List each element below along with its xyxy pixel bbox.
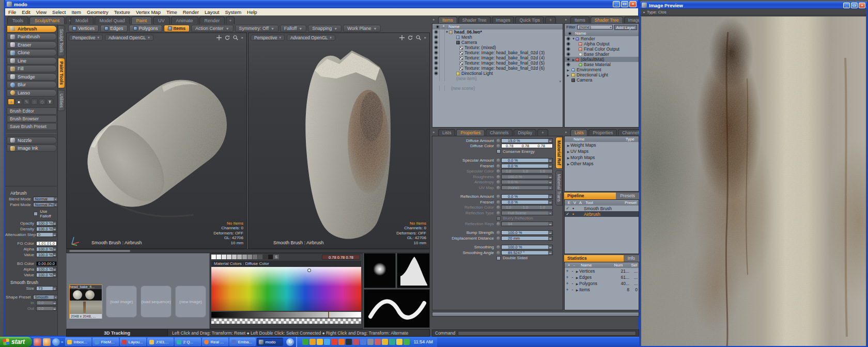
visibility-eye-icon[interactable] bbox=[434, 71, 438, 75]
list-row-weight-maps[interactable]: ▶Weight Maps bbox=[565, 142, 639, 148]
shader-row-alpha-output[interactable]: Alpha Output bbox=[565, 41, 639, 46]
tray-shield-icon[interactable] bbox=[317, 339, 323, 345]
blend-mode-select[interactable]: Normal▾ bbox=[33, 197, 58, 201]
quicklaunch-icon[interactable] bbox=[34, 338, 41, 346]
enable-check-icon[interactable]: ✓ bbox=[565, 212, 570, 216]
visibility-eye-icon[interactable] bbox=[566, 62, 570, 67]
value-swatch-strip[interactable]: S bbox=[211, 255, 279, 259]
menu-render[interactable]: Render bbox=[183, 9, 199, 15]
shape-preset-select[interactable]: Smooth▾ bbox=[33, 295, 58, 299]
visibility-eye-icon[interactable] bbox=[566, 42, 570, 46]
panel-nav-arrow-icon[interactable]: ▸ bbox=[565, 18, 567, 22]
pipeline-row-airbrush[interactable]: ✓ • Airbrush bbox=[565, 211, 639, 217]
menu-view[interactable]: View bbox=[36, 9, 47, 15]
swatch[interactable] bbox=[268, 255, 273, 259]
taskbar-window-modo[interactable]: modo bbox=[257, 338, 283, 346]
list-row-uv-maps[interactable]: ▶UV Maps bbox=[565, 148, 639, 154]
preview-titlebar[interactable]: Image Preview _ ▭ × bbox=[640, 2, 867, 9]
pipeline-title[interactable]: Pipeline bbox=[564, 193, 616, 199]
save-brush-preset-button[interactable]: Save Brush Preset bbox=[7, 123, 57, 130]
value-gradient-bar[interactable] bbox=[211, 312, 361, 318]
falloff-dropdown[interactable]: Falloff▼ bbox=[280, 25, 306, 32]
channel-dot-icon[interactable] bbox=[497, 231, 500, 234]
tool-airbrush[interactable]: Airbrush bbox=[7, 25, 57, 33]
enable-check-icon[interactable]: ✓ bbox=[565, 206, 570, 211]
brush-tip-soft-button[interactable]: ● bbox=[8, 99, 14, 105]
bump-strength-field[interactable]: 100.0 %◂▸ bbox=[501, 230, 553, 235]
add-to-selection-button[interactable]: + bbox=[565, 275, 570, 280]
taskbar-window-inbox[interactable]: Inbox... bbox=[65, 338, 91, 346]
text-tool-button[interactable]: T bbox=[47, 99, 53, 105]
paint-mode-select[interactable]: Normal Proj ...▾ bbox=[33, 202, 58, 207]
stat-row-vertices[interactable]: +-▶Vertices21...... bbox=[565, 268, 639, 274]
timeline-scrollbar[interactable] bbox=[66, 249, 430, 253]
mode-polygons-button[interactable]: Polygons bbox=[129, 25, 162, 32]
item-row-texture4[interactable]: Texture: Image: head_bake_final_02d (4) bbox=[432, 55, 563, 60]
load-sequence-slot[interactable]: (load sequence) bbox=[141, 286, 172, 318]
swatch[interactable] bbox=[253, 255, 257, 259]
visibility-eye-icon[interactable] bbox=[566, 52, 570, 56]
menu-texture[interactable]: Texture bbox=[114, 9, 130, 15]
tab-items[interactable]: Items bbox=[438, 17, 457, 23]
viewport-right[interactable]: Perspective▾ Advanced OpenGL▾ ▸ Smooth B… bbox=[248, 33, 430, 249]
bg-value-field[interactable]: 100.0 %◂▸ bbox=[36, 273, 57, 277]
swatch[interactable] bbox=[242, 255, 247, 259]
minimize-button[interactable]: _ bbox=[613, 1, 620, 7]
expand-arrow-icon[interactable]: ▶ bbox=[566, 144, 570, 147]
pan-icon[interactable] bbox=[399, 35, 405, 40]
viewport1-shading-dropdown[interactable]: Advanced OpenGL▾ bbox=[105, 35, 153, 41]
tab-lists[interactable]: Lists bbox=[438, 129, 455, 136]
menu-select[interactable]: Select bbox=[52, 9, 66, 15]
expand-arrow-icon[interactable]: ▶ bbox=[566, 68, 570, 72]
viewport2-mode-dropdown[interactable]: Perspective▾ bbox=[251, 35, 285, 41]
stat-row-polygons[interactable]: +-▶Polygons40...... bbox=[565, 280, 639, 287]
tray-icon[interactable] bbox=[375, 339, 381, 345]
chevron-down-icon[interactable]: ▾ bbox=[643, 10, 645, 14]
tab-lists[interactable]: Lists bbox=[570, 129, 587, 136]
bg-color-field[interactable]: 0.00.00.0 bbox=[36, 261, 57, 266]
tray-msn-icon[interactable] bbox=[324, 339, 330, 345]
tool-blur[interactable]: Blur bbox=[7, 81, 57, 88]
brush-tip-pen-button[interactable]: ✎ bbox=[23, 99, 30, 105]
visible-dot-icon[interactable]: • bbox=[570, 212, 576, 217]
visibility-eye-icon[interactable] bbox=[434, 51, 438, 55]
item-row-camera[interactable]: Camera bbox=[432, 40, 563, 45]
swatch[interactable] bbox=[232, 255, 237, 259]
new-item-row[interactable]: (new item) bbox=[432, 76, 563, 81]
tray-icon[interactable] bbox=[404, 339, 410, 345]
quicklaunch-overflow-icon[interactable]: » bbox=[61, 340, 63, 344]
tray-icon[interactable] bbox=[360, 339, 366, 345]
tab-tools[interactable]: Tools bbox=[7, 17, 28, 24]
spectrum-marker[interactable] bbox=[307, 269, 311, 272]
close-button[interactable]: × bbox=[629, 1, 637, 7]
tab-material-ref[interactable]: Material Ref bbox=[555, 137, 563, 169]
statistics-info-tab[interactable]: Info bbox=[624, 255, 639, 262]
remove-from-selection-button[interactable]: - bbox=[570, 269, 575, 274]
taskbar-window-quark[interactable]: 2 Q... bbox=[175, 338, 201, 346]
taskbar-window-explorer[interactable]: J:\EL... bbox=[147, 338, 174, 346]
remove-from-selection-button[interactable]: - bbox=[570, 275, 575, 280]
tab-material-trans[interactable]: Material Trans bbox=[555, 170, 563, 206]
visible-dot-icon[interactable]: • bbox=[570, 206, 576, 211]
tool-lasso[interactable]: Lasso bbox=[7, 89, 57, 97]
airbrush-props-header[interactable]: Airbrush bbox=[10, 191, 58, 196]
tray-icon[interactable] bbox=[353, 339, 359, 345]
brush-tip-poly-button[interactable]: ◇ bbox=[39, 99, 45, 105]
quicklaunch-icon[interactable] bbox=[43, 338, 51, 346]
visibility-eye-icon[interactable] bbox=[434, 30, 438, 34]
image-ink-button[interactable]: Image Ink bbox=[7, 145, 57, 152]
add-layer-button[interactable]: Add Layer bbox=[614, 25, 637, 30]
tray-volume-icon[interactable] bbox=[367, 339, 374, 345]
visibility-eye-icon[interactable] bbox=[566, 57, 570, 61]
scroll-hint-icon[interactable]: ▾ bbox=[559, 80, 561, 84]
panel-resize-strip[interactable] bbox=[432, 312, 639, 317]
shader-row-defaultmat[interactable]: ▶(defaultMat) bbox=[565, 57, 639, 62]
visibility-eye-icon[interactable] bbox=[434, 45, 438, 50]
tab-channels[interactable]: Channels bbox=[486, 129, 513, 136]
visibility-eye-icon[interactable] bbox=[566, 37, 570, 41]
tab-quick-tips[interactable]: Quick Tips bbox=[515, 17, 544, 23]
displacement-field[interactable]: 20 mm◂▸ bbox=[501, 236, 553, 241]
side-tab-sculpt-tools[interactable]: Sculpt Tools bbox=[58, 25, 65, 56]
tab-properties[interactable]: Properties bbox=[588, 129, 617, 136]
tab-add-layout[interactable]: + bbox=[226, 17, 235, 24]
